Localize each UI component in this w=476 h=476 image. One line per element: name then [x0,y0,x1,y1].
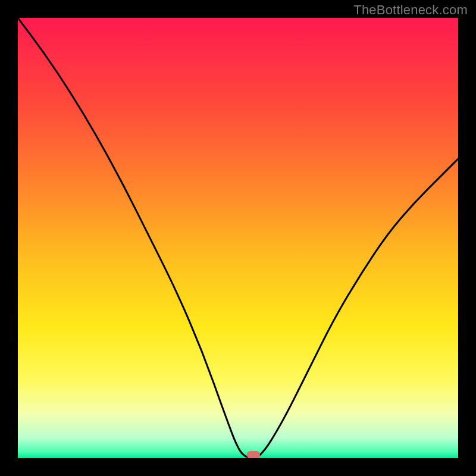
chart-frame: TheBottleneck.com [0,0,476,476]
optimum-marker [247,451,260,458]
bottleneck-plot [18,18,458,458]
gradient-background [18,18,458,458]
watermark-label: TheBottleneck.com [353,2,468,18]
plot-area [18,18,458,458]
